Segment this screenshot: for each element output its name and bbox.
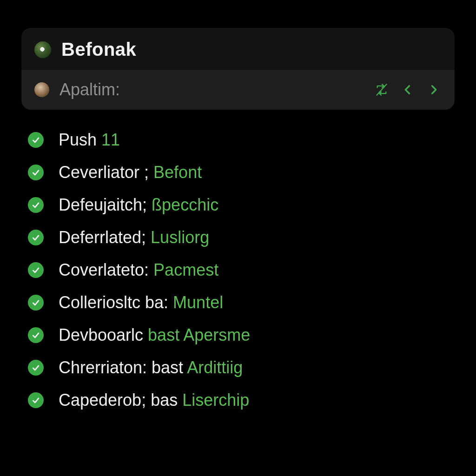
list-item[interactable]: Coverlateto: Pacmest [21,256,455,284]
card-subheader: Apaltim: [21,70,455,110]
card-title: Befonak [61,39,136,60]
checklist: Push 11 Ceverliator ; Befont Defeujaitch… [21,126,455,415]
next-icon[interactable] [426,82,442,98]
list-item[interactable]: Capederob; bas Liserchip [21,386,455,415]
check-icon [28,360,44,376]
list-item-text: Colleriosltc ba: Muntel [59,293,223,312]
repost-icon[interactable] [374,82,390,98]
check-icon [28,230,44,245]
list-item-text: Ceverliator ; Befont [59,163,202,182]
check-icon [28,295,44,311]
check-icon [28,262,44,278]
list-item[interactable]: Devbooarlc bast Apersme [21,321,455,350]
list-item[interactable]: Chrerriaton: bast Ardittiig [21,353,455,382]
list-item[interactable]: Deferrlated; Lusliorg [21,223,455,252]
sub-avatar[interactable] [34,82,49,97]
profile-avatar[interactable] [34,41,51,58]
list-item[interactable]: Ceverliator ; Befont [21,158,455,187]
list-item-text: Defeujaitch; ßpecchic [59,195,218,215]
list-item-text: Devbooarlc bast Apersme [59,325,250,345]
check-icon [28,197,44,213]
sub-actions [374,82,442,98]
check-icon [28,165,44,180]
list-item-text: Deferrlated; Lusliorg [59,228,209,247]
check-icon [28,392,44,408]
list-item[interactable]: Colleriosltc ba: Muntel [21,288,455,317]
list-item-text: Capederob; bas Liserchip [59,390,249,410]
sub-label: Apaltim: [60,80,364,99]
list-item[interactable]: Push 11 [21,126,455,154]
check-icon [28,327,44,343]
prev-icon[interactable] [400,82,416,98]
list-item-text: Chrerriaton: bast Ardittiig [59,358,243,377]
card-header: Befonak [21,28,455,70]
header-card: Befonak Apaltim: [21,28,455,110]
list-item-text: Push 11 [59,130,120,150]
list-item-text: Coverlateto: Pacmest [59,260,218,280]
list-item[interactable]: Defeujaitch; ßpecchic [21,191,455,219]
check-icon [28,132,44,148]
